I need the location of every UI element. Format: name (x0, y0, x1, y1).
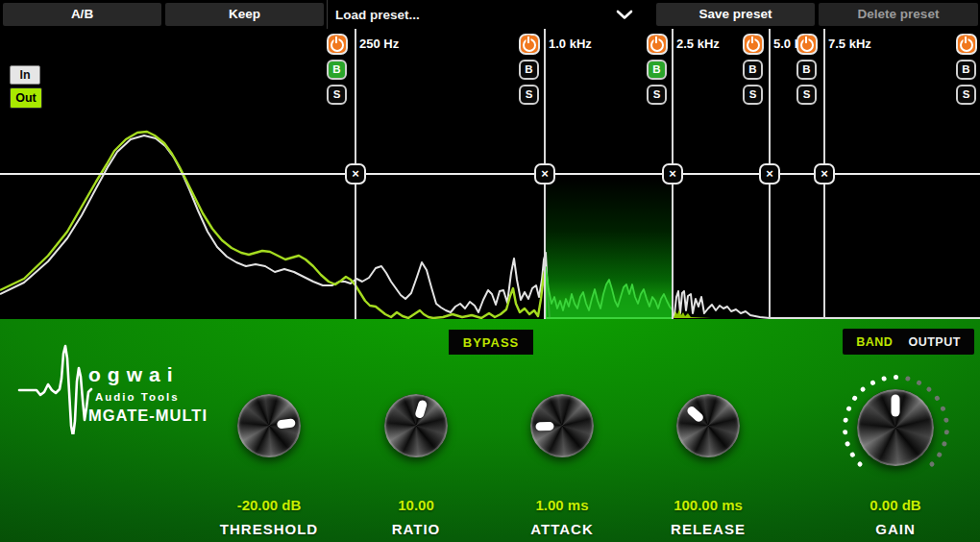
threshold-knob[interactable] (237, 394, 301, 457)
close-icon: × (541, 166, 549, 181)
output-view-tab[interactable]: OUTPUT (906, 335, 962, 349)
ratio-control: 10.00 RATIO (334, 389, 498, 538)
crossover-4-remove-button[interactable]: × (759, 163, 780, 185)
band-4-controls: B S (743, 34, 766, 110)
band-5-power-button[interactable] (796, 34, 818, 55)
crossover-3-remove-button[interactable]: × (662, 163, 683, 185)
spectrum-analyzer: × × × × × 250 Hz 1.0 kHz 2.5 kHz 5.0 kHz… (0, 29, 980, 319)
gain-control: 0.00 dB GAIN (814, 389, 977, 538)
attack-label: ATTACK (480, 521, 644, 537)
output-spectrum-curve (0, 132, 546, 318)
power-icon (331, 38, 344, 52)
ratio-value: 10.00 (334, 497, 498, 513)
crossover-3-freq-label: 2.5 kHz (676, 37, 720, 51)
knob-pointer (277, 418, 296, 429)
crossover-1-remove-button[interactable]: × (345, 163, 366, 185)
band-3-controls: B S (647, 34, 670, 110)
band-3-bypass-button[interactable]: B (647, 60, 667, 80)
gain-label: GAIN (814, 521, 977, 537)
mgate-multi-plugin-window: A/B Keep Load preset... Save preset Dele… (0, 0, 980, 542)
close-icon: × (669, 166, 676, 181)
brand-subtitle: Audio Tools (95, 391, 180, 403)
band-6-controls: B S (956, 34, 979, 110)
knob-pointer (414, 399, 428, 419)
band-2-solo-button[interactable]: S (519, 85, 539, 105)
release-knob[interactable] (676, 394, 740, 457)
threshold-label: THRESHOLD (187, 521, 351, 537)
band-view-tab[interactable]: BAND (854, 335, 894, 349)
power-icon (747, 38, 760, 52)
band-2-bypass-button[interactable]: B (519, 60, 539, 80)
release-label: RELEASE (626, 521, 790, 537)
power-icon (650, 38, 664, 52)
gain-knob[interactable] (857, 389, 934, 466)
mogwai-waveform-logo (17, 329, 94, 434)
control-panel: ogwai Audio Tools MGATE-MULTI BYPASS BAN… (0, 319, 980, 542)
load-preset-label: Load preset... (335, 8, 420, 22)
save-preset-button[interactable]: Save preset (656, 3, 815, 26)
power-icon (800, 38, 814, 52)
attack-control: 1.00 ms ATTACK (480, 389, 644, 538)
bypass-button[interactable]: BYPASS (449, 330, 533, 355)
chevron-down-icon (616, 10, 633, 20)
load-preset-dropdown[interactable]: Load preset... (327, 0, 647, 29)
output-curve-toggle[interactable]: Out (10, 87, 42, 109)
preset-toolbar: A/B Keep Load preset... Save preset Dele… (0, 0, 980, 29)
band-output-toggle: BAND OUTPUT (843, 329, 974, 355)
power-icon (960, 38, 973, 52)
delete-preset-button[interactable]: Delete preset (819, 3, 978, 26)
ratio-label: RATIO (334, 521, 498, 537)
band-3-power-button[interactable] (647, 34, 668, 55)
band-6-power-button[interactable] (956, 34, 977, 55)
band-5-bypass-button[interactable]: B (796, 60, 817, 80)
close-icon: × (821, 166, 828, 181)
band-5-solo-button[interactable]: S (796, 85, 817, 105)
band-2-controls: B S (519, 34, 542, 110)
band-1-bypass-button[interactable]: B (327, 60, 347, 80)
crossover-2-freq-label: 1.0 kHz (549, 37, 592, 51)
close-icon: × (766, 166, 773, 181)
threshold-value: -20.00 dB (187, 497, 351, 513)
band-5-controls: B S (796, 34, 820, 110)
release-value: 100.00 ms (626, 497, 790, 513)
knob-pointer (686, 405, 705, 423)
band-4-power-button[interactable] (743, 34, 764, 55)
keep-button[interactable]: Keep (165, 3, 324, 26)
gain-value: 0.00 dB (814, 497, 977, 513)
close-icon: × (352, 166, 359, 181)
input-curve-toggle[interactable]: In (10, 65, 40, 85)
selected-band-spectrum (546, 267, 673, 318)
power-icon (523, 38, 536, 52)
band-4-solo-button[interactable]: S (743, 85, 763, 105)
threshold-control: -20.00 dB THRESHOLD (187, 389, 351, 538)
band-6-solo-button[interactable]: S (956, 85, 976, 105)
release-control: 100.00 ms RELEASE (626, 389, 790, 538)
attack-value: 1.00 ms (480, 497, 644, 513)
band-2-power-button[interactable] (519, 34, 540, 55)
ratio-knob[interactable] (384, 394, 448, 457)
crossover-5-freq-label: 7.5 kHz (828, 37, 871, 51)
brand-name: ogwai (88, 363, 180, 386)
input-spectrum-curve (0, 136, 980, 318)
knob-pointer (892, 395, 900, 417)
crossover-5-remove-button[interactable]: × (814, 163, 835, 185)
band-6-bypass-button[interactable]: B (956, 60, 976, 80)
knob-pointer (535, 422, 553, 431)
crossover-1-freq-label: 250 Hz (359, 37, 399, 51)
band-1-controls: B S (327, 34, 350, 110)
band-1-solo-button[interactable]: S (327, 85, 347, 105)
band-1-power-button[interactable] (327, 34, 348, 55)
crossover-2-remove-button[interactable]: × (534, 163, 555, 185)
ab-compare-button[interactable]: A/B (3, 3, 161, 26)
attack-knob[interactable] (530, 394, 594, 457)
band-4-bypass-button[interactable]: B (743, 60, 763, 80)
band-3-solo-button[interactable]: S (647, 85, 667, 105)
